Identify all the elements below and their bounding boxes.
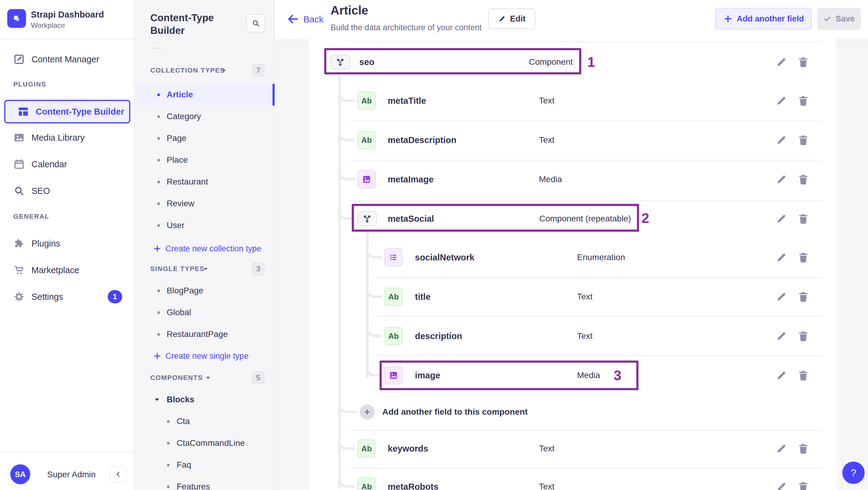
sidebar-item-media-library[interactable]: Media Library	[0, 127, 134, 149]
user-name: Super Admin	[47, 470, 96, 480]
table-row-metatitle: Ab metaTitle Text	[309, 91, 836, 111]
calendar-icon	[13, 158, 25, 170]
chevron-down-icon	[153, 396, 161, 403]
sidebar-item-content-manager[interactable]: Content Manager	[0, 49, 134, 70]
search-button[interactable]	[246, 14, 265, 32]
edit-field-button[interactable]	[774, 172, 789, 187]
add-another-field-button[interactable]: Add another field	[715, 8, 812, 30]
row-divider	[349, 41, 822, 42]
sidebar-item-restaurant[interactable]: Restaurant	[135, 171, 275, 193]
cart-icon	[13, 264, 25, 276]
list-item-label: Cta	[177, 417, 190, 426]
field-name: image	[415, 370, 440, 380]
page-subtitle: Build the data architecture of your cont…	[331, 23, 482, 32]
add-field-to-component-label: Add another field to this component	[382, 407, 528, 417]
list-item-label: Global	[167, 308, 191, 317]
sidebar-group-blocks[interactable]: Blocks	[135, 389, 275, 410]
delete-field-button[interactable]	[796, 480, 810, 490]
row-divider	[349, 121, 822, 121]
delete-field-button[interactable]	[796, 172, 810, 187]
edit-field-button[interactable]	[774, 250, 789, 265]
back-arrow-icon[interactable]	[287, 13, 300, 25]
row-divider	[349, 468, 822, 468]
table-row-metaimage: metaImage Media	[309, 170, 836, 189]
bullet-icon	[157, 224, 160, 227]
edit-field-button[interactable]	[774, 368, 789, 382]
content-type-builder-icon	[18, 106, 29, 117]
sidebar-item-blogpage[interactable]: BlogPage	[135, 280, 275, 302]
sidebar-item-user[interactable]: User	[135, 214, 275, 236]
sidebar-item-cta[interactable]: Cta	[135, 410, 275, 432]
edit-field-button[interactable]	[774, 480, 789, 490]
annotation-number-2: 2	[642, 211, 649, 225]
collection-types-header[interactable]: COLLECTION TYPES 7	[135, 64, 275, 77]
create-single-type-link[interactable]: Create new single type	[135, 346, 275, 366]
sidebar-item-content-type-builder[interactable]: Content-Type Builder	[4, 100, 130, 123]
delete-field-button[interactable]	[796, 368, 810, 382]
sidebar-item-article[interactable]: Article	[135, 84, 275, 105]
table-row-image: image Media	[309, 366, 836, 385]
avatar[interactable]: SA	[10, 464, 30, 484]
sidebar-item-features[interactable]: Features	[135, 476, 275, 490]
save-button-label: Save	[836, 14, 855, 24]
table-row-title: Ab title Text	[309, 287, 836, 306]
sidebar-item-calendar[interactable]: Calendar	[0, 153, 134, 175]
edit-field-button[interactable]	[774, 441, 789, 456]
single-types-header[interactable]: SINGLE TYPES 3	[135, 262, 275, 276]
table-row-description: Ab description Text	[309, 326, 836, 346]
field-name: title	[415, 292, 431, 302]
divider	[0, 39, 134, 40]
sidebar-item-faq[interactable]: Faq	[135, 454, 275, 476]
sidebar-item-marketplace[interactable]: Marketplace	[0, 259, 134, 281]
delete-field-button[interactable]	[796, 93, 810, 108]
sidebar-item-review[interactable]: Review	[135, 193, 275, 214]
divider	[150, 48, 165, 49]
sidebar-item-seo[interactable]: SEO	[0, 180, 134, 202]
edit-field-button[interactable]	[774, 55, 789, 69]
media-icon	[388, 370, 399, 380]
plus-icon	[363, 408, 371, 416]
sidebar-item-global[interactable]: Global	[135, 302, 275, 323]
bullet-icon	[157, 333, 160, 336]
search-icon	[252, 19, 260, 28]
edit-field-button[interactable]	[774, 289, 789, 304]
edit-field-button[interactable]	[774, 133, 789, 147]
delete-field-button[interactable]	[796, 250, 810, 265]
delete-field-button[interactable]	[796, 441, 810, 456]
delete-field-button[interactable]	[796, 289, 810, 304]
add-field-to-component-button[interactable]: Add another field to this component	[309, 402, 641, 422]
sidebar-item-restaurantpage[interactable]: RestaurantPage	[135, 323, 275, 345]
sidebar-item-category[interactable]: Category	[135, 105, 275, 127]
back-link[interactable]: Back	[303, 14, 323, 25]
help-button[interactable]: ?	[842, 462, 865, 484]
edit-button[interactable]: Edit	[488, 8, 535, 29]
bullet-icon	[157, 181, 160, 183]
edit-field-button[interactable]	[774, 93, 789, 108]
list-item-label: Features	[177, 482, 210, 490]
edit-field-button[interactable]	[774, 329, 789, 343]
create-collection-type-link[interactable]: Create new collection type	[135, 239, 275, 258]
delete-field-button[interactable]	[796, 211, 810, 226]
sidebar-item-page[interactable]: Page	[135, 127, 275, 149]
field-name: metaImage	[388, 175, 434, 184]
sidebar-item-place[interactable]: Place	[135, 149, 275, 171]
delete-field-button[interactable]	[796, 55, 810, 69]
bullet-icon	[157, 93, 160, 96]
component-icon	[335, 57, 345, 67]
delete-field-button[interactable]	[796, 329, 810, 343]
chevron-down-icon	[205, 374, 211, 381]
media-icon	[362, 174, 372, 184]
delete-field-button[interactable]	[796, 133, 810, 147]
save-button[interactable]: Save	[817, 8, 861, 30]
builder-sidebar: Content-Type Builder COLLECTION TYPES 7 …	[135, 0, 275, 490]
bullet-icon	[167, 486, 170, 488]
sidebar-item-plugins[interactable]: Plugins	[0, 233, 134, 254]
list-item-label: CtaCommandLine	[177, 438, 245, 448]
edit-field-button[interactable]	[774, 211, 789, 226]
sidebar-item-label: Media Library	[31, 133, 85, 143]
field-name: metaTitle	[388, 96, 426, 106]
plus-icon	[723, 14, 733, 23]
sidebar-item-ctacommandline[interactable]: CtaCommandLine	[135, 432, 275, 454]
components-header[interactable]: COMPONENTS 5	[135, 371, 275, 385]
collapse-sidebar-button[interactable]	[110, 466, 126, 482]
